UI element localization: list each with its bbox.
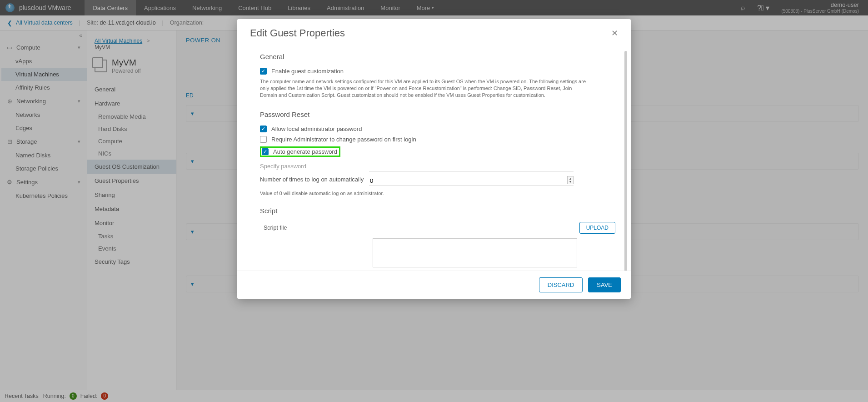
- section-script-heading: Script: [260, 207, 615, 215]
- general-help-text: The computer name and network settings c…: [260, 78, 587, 99]
- modal-overlay: Edit Guest Properties ✕ General Enable g…: [0, 0, 868, 402]
- allow-local-admin-row: Allow local administrator password: [260, 126, 615, 132]
- allow-local-admin-label: Allow local administrator password: [271, 126, 362, 132]
- allow-local-admin-checkbox[interactable]: [260, 126, 267, 132]
- auto-logon-help: Value of 0 will disable automatic log on…: [260, 191, 615, 196]
- modal-header: Edit Guest Properties ✕: [237, 19, 631, 45]
- enable-guest-customization-checkbox[interactable]: [260, 68, 267, 75]
- specify-password-input[interactable]: [369, 161, 574, 171]
- number-stepper[interactable]: ▲▼: [567, 176, 574, 184]
- scrollbar[interactable]: [624, 51, 627, 271]
- require-change-row: Require Administrator to change password…: [260, 136, 615, 143]
- discard-button[interactable]: DISCARD: [539, 277, 583, 292]
- modal-body: General Enable guest customization The c…: [237, 45, 631, 271]
- script-textarea[interactable]: [373, 238, 577, 267]
- save-button[interactable]: SAVE: [588, 277, 621, 292]
- close-icon[interactable]: ✕: [611, 28, 618, 38]
- require-change-checkbox[interactable]: [260, 136, 267, 143]
- auto-generate-row: Auto generate password: [260, 146, 615, 157]
- section-password-heading: Password Reset: [260, 111, 615, 118]
- auto-logon-input-wrap: ▲▼: [369, 176, 574, 186]
- section-general-heading: General: [260, 53, 615, 60]
- script-file-row: Script file UPLOAD: [260, 222, 615, 234]
- modal-footer: DISCARD SAVE: [237, 271, 631, 299]
- script-file-label: Script file: [264, 225, 287, 231]
- auto-logon-row: Number of times to log on automatically …: [260, 176, 615, 186]
- modal-title: Edit Guest Properties: [250, 27, 345, 39]
- specify-password-row: Specify password: [260, 161, 615, 171]
- enable-guest-customization-row: Enable guest customization: [260, 68, 615, 75]
- auto-generate-checkbox[interactable]: [262, 148, 269, 155]
- auto-generate-label: Auto generate password: [273, 148, 337, 155]
- require-change-label: Require Administrator to change password…: [271, 136, 416, 143]
- edit-guest-properties-modal: Edit Guest Properties ✕ General Enable g…: [237, 19, 631, 299]
- upload-button[interactable]: UPLOAD: [579, 222, 615, 234]
- enable-guest-customization-label: Enable guest customization: [271, 68, 344, 75]
- auto-logon-input[interactable]: [369, 176, 574, 186]
- specify-password-label: Specify password: [260, 163, 369, 170]
- auto-logon-label: Number of times to log on automatically: [260, 176, 369, 184]
- highlight-box: Auto generate password: [260, 146, 340, 157]
